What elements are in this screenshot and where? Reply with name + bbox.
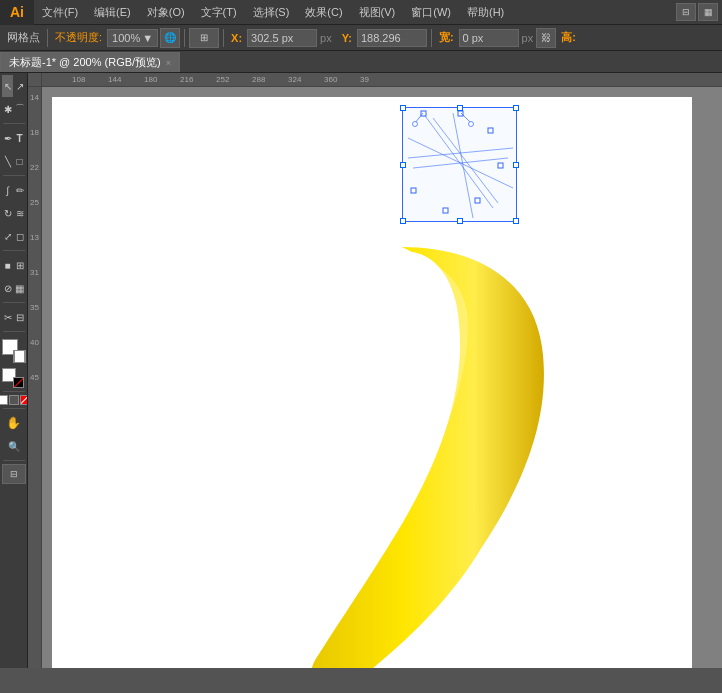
menu-file[interactable]: 文件(F) xyxy=(34,0,86,24)
handle-bottom-right[interactable] xyxy=(513,218,519,224)
pen-type-row: ✒ T xyxy=(2,127,25,149)
pen-tool[interactable]: ✒ xyxy=(2,127,13,149)
menu-select[interactable]: 选择(S) xyxy=(245,0,298,24)
px-label1: px xyxy=(319,32,333,44)
panel-btn[interactable]: ⊟ xyxy=(2,464,26,484)
brush-pencil-row: ∫ ✏ xyxy=(2,179,25,201)
type-tool[interactable]: T xyxy=(14,127,25,149)
menu-window[interactable]: 窗口(W) xyxy=(403,0,459,24)
ruler-v-22: 22 xyxy=(30,163,39,172)
selection-tools-row: ↖ ↗ xyxy=(2,75,25,97)
x-input[interactable]: 302.5 px xyxy=(247,29,317,47)
ruler-v-25: 25 xyxy=(30,198,39,207)
eyedropper-chart-row: ⊘ ▦ xyxy=(2,277,25,299)
handle-top-mid[interactable] xyxy=(457,105,463,111)
horizontal-ruler: 108 144 180 216 252 288 324 360 39 xyxy=(42,73,722,87)
link-btn[interactable]: ⛓ xyxy=(536,28,556,48)
gradient-tool[interactable]: ■ xyxy=(2,254,13,276)
opacity-dropdown[interactable]: 100% ▼ xyxy=(107,29,158,47)
ruler-h-288: 288 xyxy=(252,75,265,84)
color-area xyxy=(2,339,26,388)
paintbrush-tool[interactable]: ∫ xyxy=(2,179,13,201)
pencil-tool[interactable]: ✏ xyxy=(14,179,25,201)
width-input[interactable]: 0 px xyxy=(459,29,519,47)
scale-eraser-row: ⤢ ◻ xyxy=(2,225,25,247)
handle-bottom-mid[interactable] xyxy=(457,218,463,224)
warp-tool[interactable]: ≋ xyxy=(14,202,25,224)
svg-rect-8 xyxy=(488,128,493,133)
svg-rect-11 xyxy=(443,208,448,213)
ruler-h-108: 108 xyxy=(72,75,85,84)
sep2 xyxy=(184,29,185,47)
handle-bottom-left[interactable] xyxy=(400,218,406,224)
selection-tool[interactable]: ↖ xyxy=(2,75,13,97)
sep-2 xyxy=(3,175,25,176)
sep-6 xyxy=(3,391,25,392)
ruler-v-31: 31 xyxy=(30,268,39,277)
rect-tool[interactable]: □ xyxy=(14,150,25,172)
ruler-h-180: 180 xyxy=(144,75,157,84)
ruler-v-13: 13 xyxy=(30,233,39,242)
tab-close-btn[interactable]: × xyxy=(166,58,171,68)
document-tab[interactable]: 未标题-1* @ 200% (RGB/预览) × xyxy=(0,52,180,72)
menu-help[interactable]: 帮助(H) xyxy=(459,0,512,24)
layout-btn[interactable]: ▦ xyxy=(698,3,718,21)
color-mode-row xyxy=(0,395,28,405)
sep-1 xyxy=(3,123,25,124)
align-left-btn[interactable]: ⊞ xyxy=(189,28,219,48)
ruler-v-18: 18 xyxy=(30,128,39,137)
canvas-container: 108 144 180 216 252 288 324 360 39 14 18… xyxy=(28,73,722,668)
handle-top-right[interactable] xyxy=(513,105,519,111)
default-colors-area xyxy=(2,368,26,388)
toolbox: ↖ ↗ ✱ ⌒ ✒ T ╲ □ ∫ ✏ ↻ ≋ ⤢ ◻ ■ xyxy=(0,73,28,668)
fill-stroke-swatch[interactable] xyxy=(2,339,26,363)
sep3 xyxy=(223,29,224,47)
eyedropper-tool[interactable]: ⊘ xyxy=(2,277,13,299)
hand-tool[interactable]: ✋ xyxy=(2,412,26,434)
svg-line-14 xyxy=(461,113,471,123)
handle-top-left[interactable] xyxy=(400,105,406,111)
width-label: 宽: xyxy=(436,30,457,45)
handle-mid-left[interactable] xyxy=(400,162,406,168)
ruler-h-39: 39 xyxy=(360,75,369,84)
chart-tool[interactable]: ▦ xyxy=(14,277,25,299)
app-logo: Ai xyxy=(0,0,34,25)
line-tool[interactable]: ╲ xyxy=(2,150,13,172)
menu-object[interactable]: 对象(O) xyxy=(139,0,193,24)
scale-tool[interactable]: ⤢ xyxy=(2,225,13,247)
magic-lasso-row: ✱ ⌒ xyxy=(2,98,25,120)
sep1 xyxy=(47,29,48,47)
sep-7 xyxy=(3,408,25,409)
slice-tool[interactable]: ⊟ xyxy=(14,306,25,328)
stroke-swatch[interactable] xyxy=(13,350,26,363)
banana-shape xyxy=(52,97,692,668)
menu-type[interactable]: 文字(T) xyxy=(193,0,245,24)
rotate-warp-row: ↻ ≋ xyxy=(2,202,25,224)
menu-view[interactable]: 视图(V) xyxy=(351,0,404,24)
menu-effect[interactable]: 效果(C) xyxy=(297,0,350,24)
ruler-h-324: 324 xyxy=(288,75,301,84)
lasso-tool[interactable]: ⌒ xyxy=(14,98,25,120)
ruler-h-144: 144 xyxy=(108,75,121,84)
ruler-v-14: 14 xyxy=(30,93,39,102)
mesh-tool[interactable]: ⊞ xyxy=(14,254,25,276)
handle-mid-right[interactable] xyxy=(513,162,519,168)
canvas-work-area[interactable] xyxy=(42,87,722,668)
tab-label: 未标题-1* @ 200% (RGB/预览) xyxy=(9,55,161,70)
magic-wand-tool[interactable]: ✱ xyxy=(2,98,13,120)
default-stroke[interactable] xyxy=(13,377,24,388)
menu-edit[interactable]: 编辑(E) xyxy=(86,0,139,24)
none-swatch[interactable] xyxy=(20,395,29,405)
rotate-tool[interactable]: ↻ xyxy=(2,202,13,224)
scissors-tool[interactable]: ✂ xyxy=(2,306,13,328)
blend-mode-btn[interactable]: 🌐 xyxy=(160,28,180,48)
arrange-btn[interactable]: ⊟ xyxy=(676,3,696,21)
zoom-tool[interactable]: 🔍 xyxy=(2,435,26,457)
svg-rect-6 xyxy=(421,111,426,116)
gradient-swatch[interactable] xyxy=(9,395,19,405)
gradient-mesh-row: ■ ⊞ xyxy=(2,254,25,276)
y-input[interactable]: 188.296 xyxy=(357,29,427,47)
direct-selection-tool[interactable]: ↗ xyxy=(14,75,25,97)
eraser-tool[interactable]: ◻ xyxy=(14,225,25,247)
none-btn[interactable] xyxy=(0,395,8,405)
